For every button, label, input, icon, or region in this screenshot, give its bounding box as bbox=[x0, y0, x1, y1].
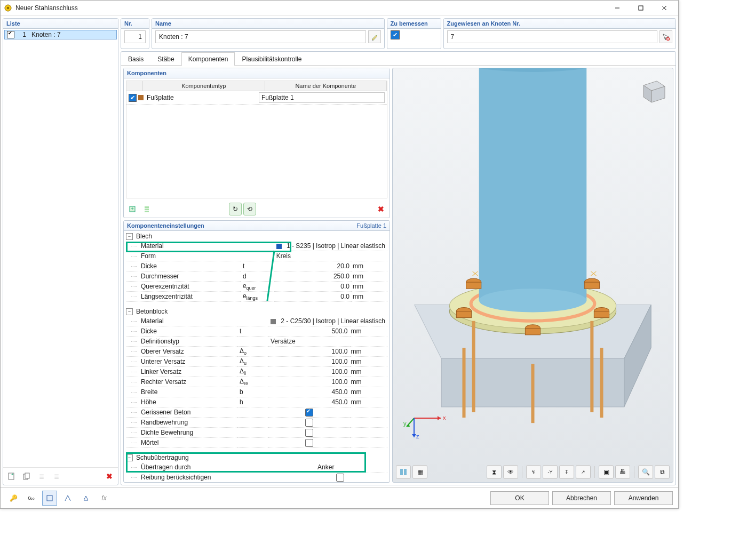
axis-xyz-button[interactable]: ↯ bbox=[526, 465, 541, 479]
svg-rect-16 bbox=[145, 211, 149, 212]
svg-line-60 bbox=[65, 495, 68, 501]
property-group[interactable]: −Schubübertragung bbox=[126, 452, 387, 462]
viewport-3d[interactable]: x y z ▦ ⧗ bbox=[392, 68, 673, 483]
mode-frame-button[interactable] bbox=[60, 491, 75, 506]
time-button[interactable]: ⧗ bbox=[487, 465, 502, 479]
list-cmp2-button: ≣ bbox=[50, 470, 63, 483]
panel-zb-header: Zu bemessen bbox=[387, 19, 441, 29]
apply-component-button[interactable]: ⟲ bbox=[243, 203, 256, 215]
panel-nr: Nr. 1 bbox=[121, 18, 149, 49]
view-eye-button[interactable]: 👁 bbox=[503, 465, 518, 479]
ok-button[interactable]: OK bbox=[490, 491, 549, 505]
view-results-button[interactable]: ▦ bbox=[412, 465, 427, 479]
svg-rect-31 bbox=[456, 311, 471, 318]
list-copy-button[interactable] bbox=[20, 470, 33, 483]
key-icon[interactable]: 🔑 bbox=[6, 491, 21, 506]
property-grid[interactable]: −Blech Material 1 - S235 | Isotrop | Lin… bbox=[124, 231, 390, 482]
app-icon bbox=[4, 4, 12, 12]
svg-text:x: x bbox=[443, 414, 446, 421]
pick-node-button[interactable] bbox=[659, 30, 672, 43]
svg-rect-35 bbox=[525, 329, 540, 335]
nr-value: 1 bbox=[124, 30, 146, 43]
panel-liste: Liste 1 Knoten : 7 + ≣ ≣ ✖ bbox=[3, 18, 118, 485]
svg-rect-59 bbox=[47, 495, 52, 501]
panel-zu-bemessen: Zu bemessen ✔ bbox=[387, 18, 441, 49]
titlebar: Neuer Stahlanschluss bbox=[1, 1, 678, 16]
add-component-button[interactable]: + bbox=[126, 203, 139, 215]
delete-component-button[interactable]: ✖ bbox=[375, 203, 387, 215]
cancel-button[interactable]: Abbrechen bbox=[552, 491, 611, 505]
list-new-button[interactable]: + bbox=[5, 470, 18, 483]
axis-z-button[interactable]: ↧ bbox=[559, 465, 574, 479]
svg-rect-9 bbox=[25, 473, 29, 478]
list-item-label: Knoten : 7 bbox=[26, 31, 61, 38]
svg-rect-58 bbox=[404, 469, 407, 475]
table-row[interactable]: ✔ Fußplatte Fußplatte 1 bbox=[126, 91, 387, 105]
component-name-input[interactable]: Fußplatte 1 bbox=[259, 92, 385, 103]
svg-rect-57 bbox=[400, 469, 403, 475]
footer: 🔑 0₀₀ fx OK Abbrechen Anwenden bbox=[1, 487, 678, 508]
panel-name-header: Name bbox=[152, 19, 384, 29]
add-list-button[interactable] bbox=[140, 203, 153, 215]
row-active-checkbox[interactable]: ✔ bbox=[129, 94, 137, 102]
panel-komponenten-header: Komponenten bbox=[124, 68, 390, 78]
zu-bemessen-checkbox[interactable]: ✔ bbox=[391, 30, 400, 39]
property-group[interactable]: −Betonblock bbox=[126, 306, 387, 316]
axis-y-button[interactable]: -Y bbox=[543, 465, 558, 479]
refresh-button[interactable]: ↻ bbox=[229, 203, 242, 215]
cube-view-button[interactable]: ▣ bbox=[599, 465, 614, 479]
tab-komponenten[interactable]: Komponenten bbox=[181, 52, 235, 66]
edit-name-button[interactable] bbox=[368, 30, 381, 43]
tab-plausibilitaet[interactable]: Plausibilitätskontrolle bbox=[235, 52, 308, 66]
viewcube[interactable] bbox=[635, 75, 667, 107]
svg-rect-27 bbox=[466, 282, 481, 289]
view-members-button[interactable] bbox=[396, 465, 411, 479]
panel-settings: Komponenteneinstellungen Fußplatte 1 −Bl… bbox=[123, 220, 390, 483]
zoom-extents-button[interactable]: 🔍 bbox=[638, 465, 653, 479]
fx-button[interactable]: fx bbox=[97, 491, 112, 506]
svg-marker-62 bbox=[84, 496, 88, 500]
property-group[interactable]: −Blech bbox=[126, 231, 387, 241]
svg-marker-49 bbox=[438, 416, 441, 420]
axes-triad: x y z bbox=[403, 397, 446, 439]
view-toolbar: ▦ ⧗ 👁 ↯ -Y ↧ ↗ ▣ bbox=[396, 465, 670, 479]
apply-button[interactable]: Anwenden bbox=[614, 491, 673, 505]
name-input[interactable]: Knoten : 7 bbox=[155, 30, 366, 43]
tab-basis[interactable]: Basis bbox=[121, 52, 150, 66]
svg-rect-15 bbox=[145, 209, 149, 210]
svg-text:z: z bbox=[416, 433, 419, 439]
component-table[interactable]: Komponententyp Name der Komponente ✔ Fuß… bbox=[126, 81, 387, 198]
maximize-button[interactable] bbox=[629, 1, 653, 15]
svg-text:+: + bbox=[131, 206, 134, 212]
panel-komponenten: Komponenten Komponententyp Name der Komp… bbox=[123, 68, 390, 218]
svg-marker-55 bbox=[412, 434, 416, 437]
svg-rect-3 bbox=[639, 6, 643, 10]
svg-point-1 bbox=[7, 7, 9, 9]
component-color-swatch bbox=[138, 95, 144, 100]
list-cmp1-button: ≣ bbox=[35, 470, 48, 483]
settings-subtitle: Fußplatte 1 bbox=[356, 222, 386, 229]
svg-text:y: y bbox=[403, 420, 407, 427]
zugewiesen-input[interactable]: 7 bbox=[447, 30, 658, 43]
axis-iso-button[interactable]: ↗ bbox=[576, 465, 591, 479]
panel-nr-header: Nr. bbox=[121, 19, 149, 29]
mode-3d-button[interactable] bbox=[78, 491, 93, 506]
minimize-button[interactable] bbox=[606, 1, 629, 15]
unit-button[interactable]: 0₀₀ bbox=[24, 491, 39, 506]
print-button[interactable]: 🖶 bbox=[615, 465, 630, 479]
window-title: Neuer Stahlanschluss bbox=[15, 4, 606, 12]
list-item[interactable]: 1 Knoten : 7 bbox=[4, 30, 117, 39]
list-delete-button[interactable]: ✖ bbox=[103, 470, 116, 483]
svg-point-25 bbox=[479, 289, 587, 312]
close-button[interactable] bbox=[653, 1, 676, 15]
component-type: Fußplatte bbox=[147, 94, 174, 101]
tab-staebe[interactable]: Stäbe bbox=[150, 52, 181, 66]
list-item-checkbox[interactable] bbox=[7, 31, 14, 38]
svg-text:+: + bbox=[11, 473, 14, 477]
svg-rect-33 bbox=[594, 311, 609, 318]
list-item-index: 1 bbox=[18, 31, 26, 38]
detach-view-button[interactable]: ⧉ bbox=[655, 465, 670, 479]
svg-point-11 bbox=[667, 38, 670, 41]
col-typ: Komponententyp bbox=[143, 81, 265, 91]
mode-2d-button[interactable] bbox=[42, 491, 57, 506]
